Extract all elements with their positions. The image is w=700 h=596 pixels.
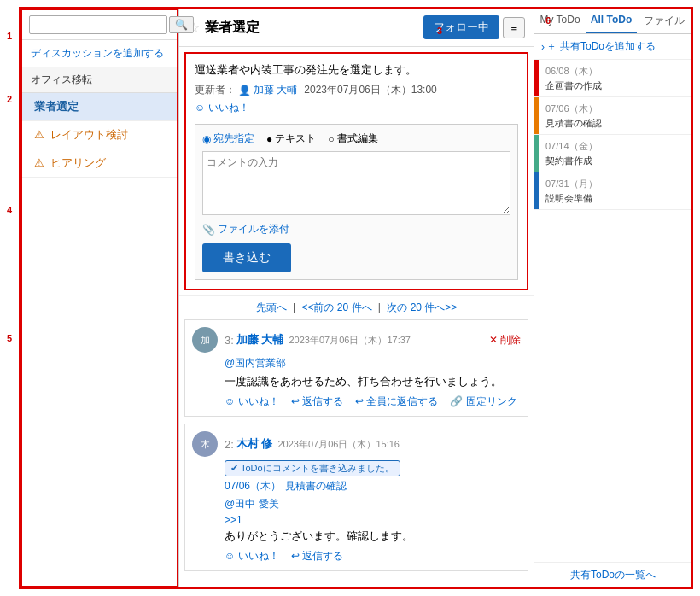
warning-icon-hearing: ⚠ [34,156,44,169]
mention-2: @田中 愛美 [225,497,521,511]
pagination-prev[interactable]: <<前の 20 件へ [301,301,371,313]
reply-all-btn-1[interactable]: ↩ 全員に返信する [355,394,438,409]
tab-all-todo[interactable]: All ToDo [586,9,637,33]
todo-badge: ✔ ToDoにコメントを書き込みました。 [225,460,400,476]
add-discussion-link[interactable]: ディスカッションを追加する [31,47,164,59]
comment-2: 木 2: 木村 修 2023年07月06日（木）15:16 ✔ ToDoにコメン… [184,424,528,571]
paperclip-icon: 📎 [202,224,215,236]
todo-item-1[interactable]: 06/08（木） 企画書の作成 [534,60,691,97]
todo-item-3[interactable]: 07/14（金） 契約書作成 [534,135,691,172]
todo-text-3: 契約書作成 [545,154,598,168]
todo-date-3: 07/14（金） [545,139,598,154]
comment-1: 加 3: 加藤 大輔 2023年07月06日（木）17:37 ✕ 削除 @国内営… [184,319,528,417]
updater-label: 更新者： [195,83,236,97]
tab-text[interactable]: ● テキスト [266,131,316,146]
todo-date-4: 07/31（月） [545,177,598,191]
comment-date-1: 2023年07月06日（木）17:37 [289,334,410,347]
like-btn-2[interactable]: ☺ いいね！ [225,549,279,564]
menu-button[interactable]: ≡ [503,17,525,38]
updated-date: 2023年07月06日（木）13:00 [304,83,436,97]
reply-btn-1[interactable]: ↩ 返信する [291,394,343,409]
comment-body-2: ありがとうございます。確認します。 [225,529,521,544]
sidebar-item-gyosha[interactable]: 業者選定 [22,93,177,121]
ext-label-3: 3 [437,26,442,36]
updater-name[interactable]: 加藤 大輔 [254,83,297,97]
reply-btn-2[interactable]: ↩ 返信する [291,549,343,564]
comment-date-2: 2023年07月06日（木）15:16 [277,438,399,451]
avatar-1: 加 [192,327,218,353]
delete-link-1[interactable]: ✕ 削除 [489,333,521,348]
todo-date-2: 07/06（木） [545,102,602,116]
comment-author-1[interactable]: 加藤 大輔 [236,332,284,348]
warning-icon-layout: ⚠ [34,128,44,141]
ext-label-6: 6 [545,15,551,26]
todo-date-1: 06/08（木） [545,64,602,79]
tab-my-todo[interactable]: My ToDo [534,9,586,33]
chevron-right-icon: › [541,41,545,53]
sidebar-section-title: オフィス移転 [22,67,177,93]
tab-file[interactable]: ファイル [637,9,691,33]
todo-item-4[interactable]: 07/31（月） 説明会準備 [534,172,691,210]
follow-button[interactable]: フォロー中 [423,15,499,39]
comment-number-2: 2: [225,438,234,451]
comments-section: 加 3: 加藤 大輔 2023年07月06日（木）17:37 ✕ 削除 @国内営… [179,319,534,587]
attach-file-link[interactable]: 📎 ファイルを添付 [202,222,510,237]
avatar-2: 木 [192,431,218,457]
tab-rich[interactable]: ○ 書式編集 [328,131,377,146]
tab-recipient[interactable]: ◉ 宛先指定 [202,131,254,146]
comment-textarea[interactable] [202,151,510,215]
todo-text-2: 見積書の確認 [545,116,602,131]
todo-all-link[interactable]: 共有ToDoの一覧へ [534,562,691,587]
todo-text-4: 説明会準備 [545,191,598,206]
todo-text-1: 企画書の作成 [545,79,602,93]
permalink-btn-1[interactable]: 🔗 固定リンク [450,394,516,409]
pagination-next[interactable]: 次の 20 件へ>> [387,301,457,313]
search-input[interactable] [29,15,167,34]
todo-link[interactable]: 07/06（木） 見積書の確認 [225,480,347,492]
like-button-top[interactable]: ☺ いいね！ [195,101,518,115]
submit-button[interactable]: 書き込む [202,243,291,272]
pagination-first[interactable]: 先頭へ [256,301,287,313]
quote-2: >>1 [225,514,521,526]
ext-label-4: 4 [7,205,12,215]
todo-tabs: My ToDo All ToDo ファイル [534,9,691,34]
discussion-title: 業者選定 [205,19,423,37]
todo-check-icon: ✔ [230,463,238,474]
comment-number-1: 3: [225,334,234,347]
search-button[interactable]: 🔍 [169,16,194,33]
ext-label-2: 2 [7,94,12,104]
like-btn-1[interactable]: ☺ いいね！ [225,394,279,409]
discussion-desc: 運送業者や内装工事の発注先を選定します。 [195,62,518,78]
sidebar-item-hearing[interactable]: ⚠ ヒアリング [22,149,177,178]
ext-label-5: 5 [7,333,12,343]
sidebar-items: 業者選定 ⚠ レイアウト検討 ⚠ ヒアリング [22,93,177,586]
sidebar-item-layout[interactable]: ⚠ レイアウト検討 [22,121,177,149]
add-shared-todo[interactable]: › ＋ 共有ToDoを追加する [534,34,691,60]
todo-item-2[interactable]: 07/06（木） 見積書の確認 [534,97,691,135]
comment-body-1: 一度認識をあわせるため、打ち合わせを行いましょう。 [225,374,521,389]
mention-1: @国内営業部 [225,356,521,371]
comment-author-2[interactable]: 木村 修 [236,436,273,452]
ext-label-1: 1 [7,31,12,41]
todo-items-list: 06/08（木） 企画書の作成 07/06（木） 見積書の確認 [534,60,691,562]
person-icon: 👤 [238,85,251,96]
